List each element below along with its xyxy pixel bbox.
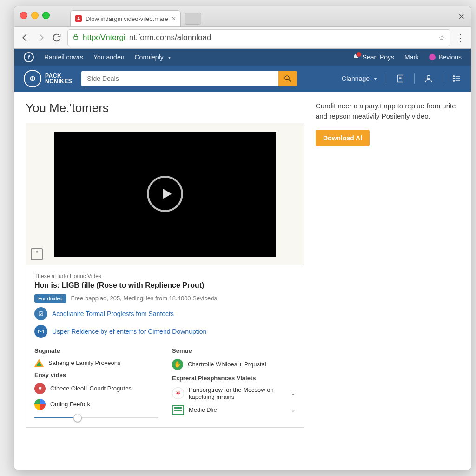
svg-point-1 (285, 76, 289, 80)
breadcrumb: These al lurto Houric Vides (34, 273, 296, 279)
topnav-item-1[interactable]: Ranteil cowrs (44, 53, 83, 61)
svg-point-6 (427, 75, 430, 79)
heart-icon: ♥ (34, 383, 46, 394)
bell-icon (352, 53, 360, 61)
list-item-label: Saheng e Lamily Proveons (48, 359, 158, 366)
titlebar: A Dlow indargin video-vileo.mare × × (14, 6, 471, 27)
video-subtitle: Free bapplad, 205, Medingliles from 18.4… (71, 295, 217, 302)
side-column: Cundit neer a alpary.t app to replue fro… (316, 101, 460, 146)
svg-point-11 (453, 78, 455, 79)
download-button[interactable]: Download Al (316, 130, 370, 146)
info-icon[interactable]: f (24, 52, 34, 62)
flower-icon: ✲ (172, 387, 184, 399)
close-window-icon[interactable] (20, 12, 27, 19)
maximize-window-icon[interactable] (42, 12, 50, 19)
topnav-bevious-label: Bevious (438, 53, 462, 61)
chevron-down-icon: ⌄ (291, 406, 296, 413)
topnav-notifications[interactable]: Seart Poys (352, 53, 394, 61)
play-button[interactable] (147, 176, 183, 212)
search-form (81, 71, 297, 86)
status-badge: For dnided (34, 294, 66, 303)
reload-button[interactable] (52, 33, 62, 43)
shield-icon (429, 54, 436, 60)
video-meta: These al lurto Houric Vides Hon is: LIGB… (26, 265, 304, 428)
page-icon[interactable] (396, 74, 405, 83)
server-icon (172, 405, 184, 415)
progress-slider[interactable] (34, 416, 158, 418)
notification-badge (356, 52, 362, 57)
url-secure-part: httpoVntergi (83, 33, 126, 42)
window-close-icon[interactable]: × (458, 11, 464, 23)
browser-menu-icon[interactable]: ⋮ (456, 32, 465, 43)
site-topnav: f Ranteil cowrs You anden Connieply▾ Sea… (14, 49, 471, 66)
favicon-icon: A (75, 15, 82, 22)
col-left-h1: Sugmate (34, 347, 158, 354)
drive-icon (34, 359, 44, 367)
tab-close-icon[interactable]: × (172, 15, 176, 22)
video-player[interactable] (54, 132, 276, 257)
list-item[interactable]: Onting Feefork (34, 399, 158, 410)
address-bar: httpoVntergint.form.coms/alonnload ☆ ⋮ (14, 27, 471, 49)
link-icon (34, 307, 47, 320)
categories: Sugmate Saheng e Lamily Proveons Ensy vi… (34, 344, 296, 420)
forward-button[interactable] (36, 33, 46, 43)
related-link-1-label: Acoglianite Tormal Proglests fom Santect… (52, 310, 174, 317)
url-input[interactable]: httpoVntergint.form.coms/alonnload ☆ (67, 29, 450, 46)
corner-checkbox[interactable]: ˅ (31, 248, 43, 260)
related-link-1[interactable]: Acoglianite Tormal Proglests fom Santect… (34, 307, 296, 320)
site-header: ⵀ PACK NONIKES Clannage ▾ (14, 66, 471, 92)
topnav-bevious[interactable]: Bevious (429, 53, 462, 61)
minimize-window-icon[interactable] (31, 12, 39, 19)
play-icon (159, 187, 173, 201)
bookmark-star-icon[interactable]: ☆ (438, 33, 445, 43)
brand-name: PACK NONIKES (45, 73, 72, 84)
col-right-h2: Expreral Plesphances Vialets (172, 375, 296, 382)
globe-icon: ✋ (172, 359, 183, 370)
logo-icon: ⵀ (24, 70, 41, 87)
back-button[interactable] (20, 33, 30, 43)
page-title: You Me.'tomers (26, 101, 304, 115)
language-menu[interactable]: Clannage ▾ (342, 75, 377, 82)
svg-point-12 (453, 80, 455, 82)
list-icon[interactable] (452, 74, 462, 83)
brand-logo[interactable]: ⵀ PACK NONIKES (24, 70, 72, 87)
topnav-item-3[interactable]: Connieply▾ (134, 53, 170, 61)
topnav-mark[interactable]: Mark (404, 53, 419, 61)
col-right: Semue ✋ Chartrolle Whlioes + Prqustal Ex… (172, 344, 296, 420)
slider-knob[interactable] (73, 414, 82, 422)
browser-tab[interactable]: A Dlow indargin video-vileo.mare × (70, 10, 181, 26)
browser-window: A Dlow indargin video-vileo.mare × × htt… (14, 6, 471, 470)
topnav-item-2[interactable]: You anden (93, 53, 124, 61)
svg-rect-14 (39, 312, 43, 316)
video-panel: ˅ (26, 123, 304, 265)
page-body: f Ranteil cowrs You anden Connieply▾ Sea… (14, 49, 471, 470)
svg-line-2 (289, 79, 291, 82)
list-item[interactable]: Medic Dlie ⌄ (172, 405, 296, 415)
new-tab-button[interactable] (185, 13, 201, 25)
list-item-label: Cthece Oleolil Conrit Progutes (50, 385, 158, 392)
svg-marker-13 (163, 189, 172, 199)
list-item[interactable]: ✋ Chartrolle Whlioes + Prqustal (172, 359, 296, 370)
related-link-2[interactable]: Usper Reldence by ef enterrs for Cimend … (34, 325, 296, 338)
search-button[interactable] (278, 71, 297, 86)
list-item-label: Medic Dlie (189, 406, 286, 413)
col-left-h2: Ensy vides (34, 371, 158, 378)
list-item-label: Pansorgtrow for the Mocsow on kapeluing … (189, 386, 286, 400)
list-item[interactable]: ✲ Pansorgtrow for the Mocsow on kapeluin… (172, 386, 296, 400)
url-rest-part: nt.form.coms/alonnload (129, 33, 212, 42)
list-item[interactable]: Saheng e Lamily Proveons (34, 359, 158, 367)
chevron-down-icon: ⌄ (291, 390, 296, 397)
col-left: Sugmate Saheng e Lamily Proveons Ensy vi… (34, 344, 158, 420)
mail-icon (34, 325, 47, 338)
list-item-label: Chartrolle Whlioes + Prqustal (188, 361, 296, 368)
search-icon (284, 74, 292, 83)
search-input[interactable] (81, 71, 278, 86)
tab-title: Dlow indargin video-vileo.mare (86, 15, 168, 22)
language-label: Clannage (342, 75, 370, 82)
account-icon[interactable] (424, 74, 433, 83)
lock-icon (73, 33, 79, 42)
col-right-h1: Semue (172, 347, 296, 354)
chrome-icon (34, 399, 46, 410)
list-item[interactable]: ♥ Cthece Oleolil Conrit Progutes (34, 383, 158, 394)
sidebar-blurb: Cundit neer a alpary.t app to replue fro… (316, 101, 460, 121)
